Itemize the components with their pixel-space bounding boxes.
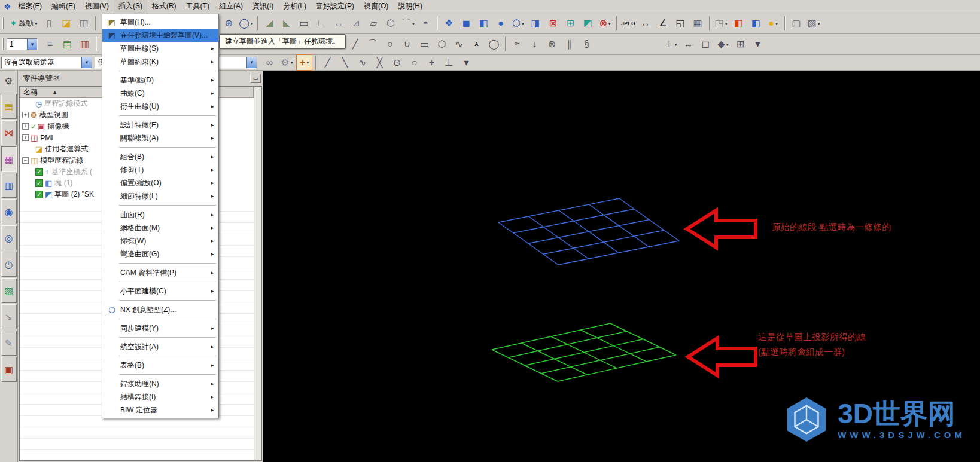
polygon-face-icon[interactable]: ⬡ [383,16,399,32]
line-icon[interactable]: ╱ [347,36,363,53]
menubar-item[interactable]: 編輯(E) [47,0,80,13]
layer-settings-icon[interactable]: ≡ [42,36,58,53]
update-model-icon[interactable]: ⊞ [732,36,748,53]
snap-mid-point-icon[interactable]: ╲ [337,54,353,71]
menubar-item[interactable]: 檔案(F) [14,0,47,13]
toolbar-icon[interactable] [596,44,662,45]
boolean-icon[interactable]: ⬡ ▾ [510,16,526,32]
red-block-icon[interactable]: ◧ [731,16,747,32]
jpeg-export-icon[interactable]: JPEG [620,16,637,32]
sidebar-tab-web-browser[interactable]: ◎ [1,225,17,250]
sidebar-tab-reuse-library[interactable]: ▥ [1,173,17,198]
selection-scope-icon[interactable]: ⚙ ▾ [279,54,295,71]
toolbar-icon[interactable] [505,37,506,51]
menu-popup-item[interactable]: 小平面建模(C) ► [102,284,218,298]
polygon-icon[interactable]: ⬡ [434,36,450,53]
selection-filter-combo[interactable]: 沒有選取篩選器 ▼ [1,57,92,69]
pad-icon[interactable]: ▱ [366,16,382,32]
swept-icon[interactable]: ⌒ ▾ [400,16,416,32]
sidebar-tab-assembly-navigator[interactable]: ▤ [1,94,17,119]
zoom-window-icon[interactable]: ◯ ▾ [238,16,254,32]
sidebar-tab-manufacturing-wizard[interactable]: ↘ [1,304,17,329]
menu-popup-item[interactable]: 曲線(C) ► [102,87,218,100]
start-menu-button[interactable]: ✦ 啟動 ▾ [7,17,41,30]
fillet-icon[interactable]: ∪ [399,36,415,53]
surface-icon[interactable]: ◓ [418,16,434,32]
offset-curve-icon[interactable]: ≈ [509,36,525,53]
menu-popup-item[interactable]: 衍生曲線(U) ► [102,100,218,113]
sidebar-tab-process-studio[interactable]: ▧ [1,278,17,303]
text-icon[interactable]: A [468,36,485,53]
snap-quadrant-icon[interactable]: ○ [406,54,422,71]
toolbar-grip[interactable] [2,17,4,29]
sidebar-tab-system-scenes[interactable]: ▣ [1,357,17,382]
project-curve-icon[interactable]: ↓ [526,36,543,53]
expander-icon[interactable]: + [22,112,29,118]
blue-block-icon[interactable]: ◧ [748,16,764,32]
menubar-item[interactable]: 資訊(I) [248,0,278,13]
menu-popup-item[interactable]: 設計特徵(E) ► [102,118,218,131]
menu-popup-item[interactable]: 同步建模(Y) ► [102,322,218,335]
menu-popup-item[interactable]: 基準/點(D) ► [102,74,218,87]
menu-popup-item[interactable]: 曲面(R) ► [102,208,218,221]
measure-angle-icon[interactable]: ∠ [655,16,671,32]
toolbar-icon[interactable] [96,37,97,51]
rectangle-icon[interactable]: ▭ [416,36,433,53]
toolbar-icon[interactable] [784,16,786,30]
corner-icon[interactable]: ⊿ [348,16,364,32]
arc-icon[interactable]: ⌒ [364,36,381,53]
snap-end-point-icon[interactable]: ╱ [319,54,336,71]
face-angle-icon[interactable]: ◣ [279,16,295,32]
toolbar-icon[interactable] [315,56,316,70]
cylinder-icon[interactable]: ◼ [458,16,474,32]
expander-icon[interactable]: + [22,123,29,130]
menu-popup-item[interactable]: 銲接助理(N) ► [102,377,218,390]
sidebar-tab-roles[interactable]: ✎ [1,331,17,356]
snap-point-toggle-icon[interactable]: + ▾ [296,54,312,71]
snap-arc-center-icon[interactable]: ⊙ [389,54,405,71]
layer-category-icon[interactable]: ▥ [77,36,93,53]
menu-popup-item[interactable]: 關聯複製(A) ► [102,131,218,145]
menu-popup-item[interactable]: 結構銲接(I) ► [102,390,218,403]
menu-popup-item[interactable]: 彎邊曲面(G) ► [102,247,218,261]
save-icon[interactable]: ◫ [76,16,92,32]
circle-icon[interactable]: ○ [382,36,398,53]
sidebar-tab-constraint-navigator[interactable]: ⋈ [1,120,17,145]
helix-icon[interactable]: § [579,36,595,53]
panel-scrollbar[interactable] [254,87,261,460]
work-layer-combo[interactable]: 1 ▼ [7,38,38,50]
toolbar-icon[interactable] [709,16,710,30]
dimension-icon[interactable]: ↔ [331,16,347,32]
zoom-in-icon[interactable]: ⊕ [221,16,237,32]
chevron-down-icon[interactable]: ▼ [246,57,257,68]
display-sketch-icon[interactable]: ◻ [698,36,714,53]
menu-popup-item[interactable]: ◩ 草圖(H)... [102,16,218,29]
scene-preferences-icon[interactable]: ▨ ▾ [806,16,822,32]
more-tools-icon[interactable]: ▾ [750,36,766,53]
snap-control-point-icon[interactable]: ∿ [354,54,370,71]
menubar-item[interactable]: 視圖(V) [80,0,114,13]
intersection-curve-icon[interactable]: ⊗ [544,36,560,53]
menu-popup-item[interactable]: CAM 資料準備(P) ► [102,266,218,279]
check-icon[interactable]: ✓ [35,179,43,187]
snap-existing-point-icon[interactable]: + [424,54,440,71]
menu-popup-item[interactable]: 偏置/縮放(O) ► [102,176,218,189]
face-rule-icon[interactable]: ◢ [261,16,278,32]
menubar-item[interactable]: 插入(S) [114,0,147,13]
toolbar-icon[interactable] [95,16,96,30]
panel-undock-button[interactable]: ▭ [250,74,261,83]
sidebar-tab-hd3d-tools[interactable]: ◉ [1,199,17,224]
menu-popup-item[interactable]: BIW 定位器 ► [102,403,218,417]
layer-visible-in-view-icon[interactable]: ▤ [59,36,75,53]
menu-popup-item[interactable]: 組合(B) ► [102,150,218,163]
graphics-viewport[interactable]: 原始的線段 點選時為一條條的這是從草圖上投影所得的線(點選時將會組成一群) 3D… [263,71,980,462]
menubar-item[interactable]: 組立(A) [214,0,248,13]
sidebar-tab-part-navigator[interactable]: ▦ [1,146,17,172]
chevron-down-icon[interactable]: ▼ [81,57,92,68]
menu-popup-item[interactable]: 修剪(T) ► [102,163,218,176]
snap-intersection-icon[interactable]: ╳ [372,54,388,71]
snap-more-icon[interactable]: ▾ [458,54,474,71]
resource-bar-options-gear-icon[interactable]: ⚙ [2,74,16,88]
menubar-item[interactable]: 視窗(O) [359,0,393,13]
datum-axis-icon[interactable]: ∟ [314,16,330,32]
